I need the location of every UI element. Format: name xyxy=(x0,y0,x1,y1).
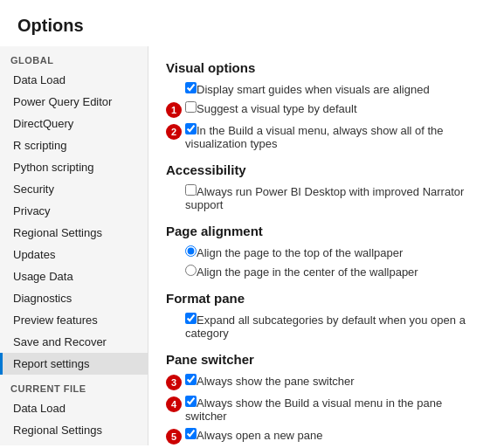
option-row-3-0: Expand all subcategories by default when… xyxy=(166,313,473,340)
section-title-0: Visual options xyxy=(166,60,473,75)
option-label: Always show the Build a visual menu in t… xyxy=(185,396,442,423)
sidebar-item-save-and-recover[interactable]: Save and Recover xyxy=(0,331,148,353)
badge-5: 5 xyxy=(166,429,182,445)
checkbox-4-1[interactable] xyxy=(185,396,197,407)
sidebar-global-label: GLOBAL xyxy=(0,46,148,69)
sidebar-item-r-scripting[interactable]: R scripting xyxy=(0,134,148,156)
checkbox-4-2[interactable] xyxy=(185,428,197,439)
option-label: In the Build a visual menu, always show … xyxy=(185,124,444,150)
option-row-2-0: Align the page to the top of the wallpap… xyxy=(166,245,473,259)
badge-3: 3 xyxy=(166,375,182,390)
sidebar-item-updates[interactable]: Updates xyxy=(0,244,148,265)
checkbox-4-0[interactable] xyxy=(185,374,197,385)
badge-4: 4 xyxy=(166,396,182,412)
badge-1: 1 xyxy=(166,102,182,118)
checkbox-0-1[interactable] xyxy=(185,101,197,113)
option-label: Always show the pane switcher xyxy=(197,375,355,388)
checkbox-3-0[interactable] xyxy=(185,313,197,324)
sidebar-item-privacy[interactable]: Privacy xyxy=(0,200,148,222)
sidebar-item-usage-data[interactable]: Usage Data xyxy=(0,265,148,287)
option-row-4-2: 5Always open a new pane xyxy=(166,428,473,445)
radio-2-0[interactable] xyxy=(185,245,197,257)
option-label: Align the page in the center of the wall… xyxy=(197,265,418,279)
main-content: Visual optionsDisplay smart guides when … xyxy=(148,46,490,445)
option-row-1-0: Always run Power BI Desktop with improve… xyxy=(166,184,473,211)
sidebar-item-report-settings[interactable]: Report settings xyxy=(0,353,148,375)
section-title-1: Accessibility xyxy=(166,162,473,177)
option-label: Always open a new pane xyxy=(197,429,323,442)
option-label: Align the page to the top of the wallpap… xyxy=(197,246,403,259)
option-row-2-1: Align the page in the center of the wall… xyxy=(166,265,473,279)
page-title: Options xyxy=(0,0,490,46)
sidebar-item-python-scripting[interactable]: Python scripting xyxy=(0,156,148,178)
sidebar: GLOBAL Data LoadPower Query EditorDirect… xyxy=(0,46,148,445)
option-label: Always run Power BI Desktop with improve… xyxy=(185,185,464,211)
badge-2: 2 xyxy=(166,124,182,140)
checkbox-0-2[interactable] xyxy=(185,123,197,134)
section-title-2: Page alignment xyxy=(166,224,473,238)
option-label: Suggest a visual type by default xyxy=(197,102,357,115)
option-label: Display smart guides when visuals are al… xyxy=(197,83,430,96)
sidebar-item-diagnostics[interactable]: Diagnostics xyxy=(0,287,148,309)
sidebar-cf-item-regional-settings[interactable]: Regional Settings xyxy=(0,419,148,441)
checkbox-0-0[interactable] xyxy=(185,82,197,93)
section-title-4: Pane switcher xyxy=(166,352,473,367)
sidebar-item-data-load[interactable]: Data Load xyxy=(0,69,148,91)
checkbox-1-0[interactable] xyxy=(185,184,197,196)
sidebar-current-file-label: CURRENT FILE xyxy=(0,375,148,397)
sidebar-cf-item-data-load[interactable]: Data Load xyxy=(0,397,148,419)
option-row-0-2: 2In the Build a visual menu, always show… xyxy=(166,123,473,150)
section-title-3: Format pane xyxy=(166,291,473,306)
option-row-4-0: 3Always show the pane switcher xyxy=(166,374,473,390)
option-row-0-0: Display smart guides when visuals are al… xyxy=(166,82,473,96)
sidebar-item-power-query-editor[interactable]: Power Query Editor xyxy=(0,91,148,113)
sidebar-item-security[interactable]: Security xyxy=(0,178,148,200)
option-label: Expand all subcategories by default when… xyxy=(185,314,466,340)
option-row-0-1: 1Suggest a visual type by default xyxy=(166,101,473,118)
option-row-4-1: 4Always show the Build a visual menu in … xyxy=(166,396,473,423)
radio-2-1[interactable] xyxy=(185,265,197,276)
sidebar-item-regional-settings[interactable]: Regional Settings xyxy=(0,222,148,244)
sidebar-item-directquery[interactable]: DirectQuery xyxy=(0,113,148,134)
sidebar-item-preview-features[interactable]: Preview features xyxy=(0,309,148,331)
